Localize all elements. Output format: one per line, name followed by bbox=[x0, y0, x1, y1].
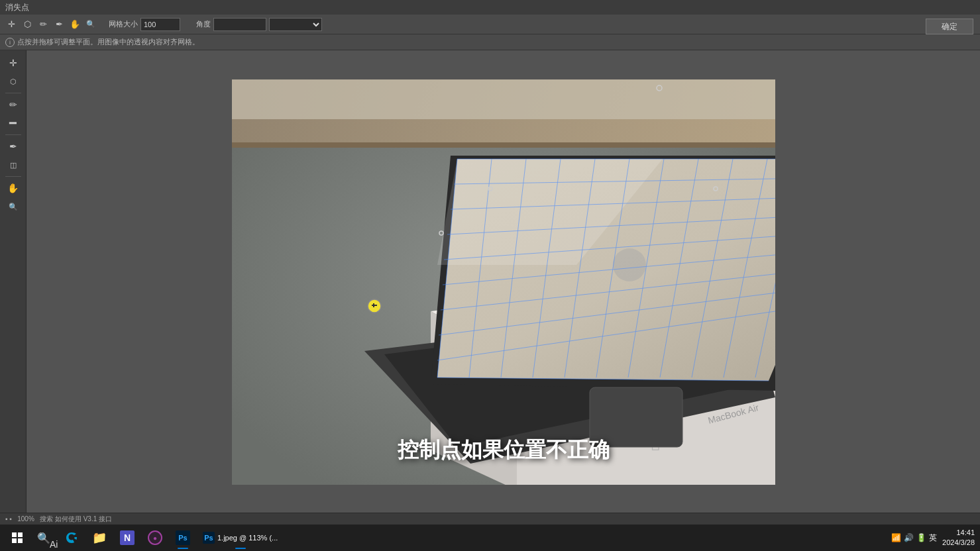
taskbar-jpeg-file[interactable]: Ps 1.jpeg @ 113% (... bbox=[197, 525, 283, 550]
angle-input[interactable] bbox=[213, 18, 266, 31]
taskbar-obs[interactable]: ● bbox=[142, 525, 168, 550]
explorer-icon: 📁 bbox=[92, 530, 107, 545]
ai-label: Ai bbox=[50, 539, 58, 550]
confirm-button[interactable]: 确定 bbox=[926, 19, 973, 34]
tool-divider-2 bbox=[5, 134, 21, 135]
tool-pencil[interactable]: ✒ bbox=[3, 138, 23, 155]
tool-icon-2[interactable]: ⬡ bbox=[20, 17, 34, 32]
clock-date: 2024/3/28 bbox=[942, 538, 975, 548]
tool-divider-3 bbox=[5, 176, 21, 177]
svg-rect-50 bbox=[18, 532, 23, 537]
canvas-area[interactable]:  MacBook Air bbox=[27, 50, 980, 514]
network-icon: 📶 bbox=[891, 533, 901, 542]
tool-wand[interactable]: ⬡ bbox=[3, 73, 23, 90]
clock-time: 14:41 bbox=[942, 528, 975, 538]
angle-select[interactable] bbox=[269, 18, 322, 31]
svg-rect-52 bbox=[18, 538, 23, 543]
tool-brush[interactable]: ✏ bbox=[3, 96, 23, 113]
left-toolbar: ✛ ⬡ ✏ ━ ✒ ◫ ✋ 🔍 bbox=[0, 50, 27, 514]
edge-icon bbox=[64, 530, 79, 545]
grid-size-input[interactable] bbox=[140, 18, 180, 31]
svg-rect-3 bbox=[232, 79, 775, 119]
toolbar: ✛ ⬡ ✏ ✒ ✋ 🔍 网格大小 角度 bbox=[0, 15, 980, 34]
info-text: 点按并拖移可调整平面。用图像中的透视内容对齐网格。 bbox=[17, 37, 199, 47]
tool-stamp[interactable]: ◫ bbox=[3, 156, 23, 174]
tool-icon-1[interactable]: ✛ bbox=[4, 17, 19, 32]
taskbar-photoshop[interactable]: Ps bbox=[170, 525, 196, 550]
taskbar-edge[interactable] bbox=[58, 525, 85, 550]
title-bar: 消失点 bbox=[0, 0, 980, 15]
grid-size-label: 网格大小 bbox=[109, 19, 138, 29]
battery-icon: 🔋 bbox=[916, 533, 926, 542]
title-text: 消失点 bbox=[5, 2, 29, 13]
volume-icon: 🔊 bbox=[904, 533, 914, 542]
tool-ruler[interactable]: ━ bbox=[3, 115, 23, 132]
taskbar-right: 📶 🔊 🔋 英 14:41 2024/3/28 bbox=[891, 528, 975, 548]
tool-icon-3[interactable]: ✏ bbox=[36, 17, 50, 32]
info-bar: i 点按并拖移可调整平面。用图像中的透视内容对齐网格。 bbox=[0, 34, 980, 50]
system-tray: 📶 🔊 🔋 英 bbox=[891, 532, 937, 544]
start-button[interactable] bbox=[5, 526, 29, 550]
info-icon: i bbox=[5, 38, 15, 47]
tool-hand[interactable]: ✋ bbox=[3, 179, 23, 197]
photo-svg:  MacBook Air bbox=[232, 79, 775, 485]
taskbar-explorer[interactable]: 📁 bbox=[86, 525, 113, 550]
photoshop-file-icon: Ps bbox=[203, 532, 215, 544]
lang-indicator[interactable]: 英 bbox=[929, 532, 937, 544]
tool-icon-5[interactable]: ✋ bbox=[68, 17, 82, 32]
angle-label: 角度 bbox=[196, 19, 211, 29]
tool-icon-4[interactable]: ✒ bbox=[52, 17, 66, 32]
note-icon: N bbox=[120, 530, 135, 545]
toolbar-tools-group: ✛ ⬡ ✏ ✒ ✋ 🔍 网格大小 角度 bbox=[4, 17, 322, 32]
photoshop-icon: Ps bbox=[176, 530, 190, 545]
svg-rect-2 bbox=[232, 142, 775, 148]
taskbar: 🔍 📁 N ● Ps Ps 1.jpeg @ 113% (... 📶 bbox=[0, 525, 980, 551]
svg-rect-51 bbox=[12, 538, 17, 543]
photo-background:  MacBook Air bbox=[232, 79, 775, 485]
status-text: ▪ ▪ 100% 搜索 如何使用 V3.1 接口 bbox=[5, 515, 112, 524]
search-icon: 🔍 bbox=[36, 530, 51, 545]
svg-point-15 bbox=[613, 248, 646, 281]
svg-rect-47 bbox=[373, 303, 374, 307]
tool-divider-1 bbox=[5, 93, 21, 93]
tool-zoom[interactable]: 🔍 bbox=[3, 198, 23, 215]
status-bar: ▪ ▪ 100% 搜索 如何使用 V3.1 接口 bbox=[0, 513, 980, 525]
tool-move[interactable]: ✛ bbox=[3, 54, 23, 72]
image-container:  MacBook Air bbox=[232, 79, 775, 485]
tool-icon-6[interactable]: 🔍 bbox=[83, 17, 98, 32]
file-label: 1.jpeg @ 113% (... bbox=[217, 534, 278, 542]
taskbar-clock[interactable]: 14:41 2024/3/28 bbox=[942, 528, 975, 548]
obs-icon: ● bbox=[148, 530, 162, 545]
svg-text:控制点如果位置不正确: 控制点如果位置不正确 bbox=[397, 438, 610, 462]
svg-rect-49 bbox=[12, 532, 17, 537]
taskbar-note[interactable]: N bbox=[114, 525, 140, 550]
